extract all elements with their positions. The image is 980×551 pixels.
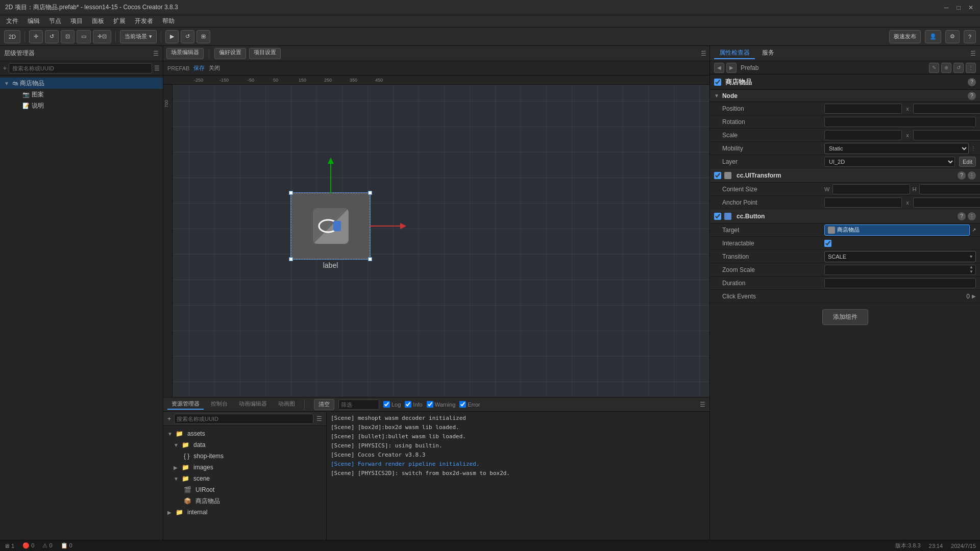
filter-log[interactable]: Log	[383, 401, 401, 408]
restart-btn[interactable]: ↺	[181, 30, 194, 43]
tab-assets[interactable]: 资源管理器	[167, 399, 204, 410]
asset-more[interactable]: ☰	[316, 415, 322, 422]
anchor-y-input[interactable]: 0.5	[913, 197, 980, 208]
button-help[interactable]: ?	[958, 212, 966, 220]
asset-item-internal[interactable]: ▶ 📁 internal	[163, 507, 326, 518]
hierarchy-collapse[interactable]: ☰	[153, 50, 159, 57]
tab-animation-graph[interactable]: 动画图	[274, 399, 299, 410]
tab-properties[interactable]: 属性检查器	[714, 47, 755, 59]
sel-handle-br[interactable]	[368, 257, 372, 261]
add-component-btn[interactable]: 添加组件	[822, 309, 868, 325]
transform-arrow-horizontal[interactable]	[400, 223, 406, 229]
mode-2d-btn[interactable]: 2D	[4, 30, 20, 43]
inspector-collapse[interactable]: ☰	[970, 50, 976, 57]
node-section-help-icon[interactable]: ?	[968, 92, 976, 100]
tab-animation-editor[interactable]: 动画编辑器	[235, 399, 271, 410]
interactable-checkbox[interactable]	[824, 240, 831, 247]
asset-search[interactable]	[174, 414, 313, 424]
nav-forward-btn[interactable]: ▶	[726, 63, 737, 73]
transform-all-btn[interactable]: ✛⊡	[93, 30, 111, 43]
maximize-btn[interactable]: □	[954, 4, 963, 12]
nav-edit-btn[interactable]: ✎	[929, 63, 939, 73]
sel-handle-bl[interactable]	[289, 257, 293, 261]
node-section-help[interactable]: ?	[968, 92, 976, 100]
filter-info[interactable]: Info	[405, 401, 422, 408]
close-btn[interactable]: ✕	[967, 4, 975, 12]
click-events-row[interactable]: Click Events 0 ▶	[710, 290, 980, 303]
account-btn[interactable]: 👤	[925, 30, 941, 43]
add-node-btn[interactable]: +	[3, 65, 7, 72]
transform-arrow-vertical[interactable]	[328, 158, 334, 164]
mobility-more[interactable]: ⋮	[971, 145, 976, 151]
console-filter-input[interactable]	[338, 399, 379, 410]
nav-more-btn[interactable]: ⋮	[966, 63, 976, 73]
scene-view[interactable]: -250 -150 -50 50 150 250 350 450 700	[163, 76, 709, 397]
nav-refresh-btn[interactable]: ↺	[953, 63, 964, 73]
transform-move-btn[interactable]: ✛	[29, 30, 43, 43]
asset-item-shopitems[interactable]: { } shop-items	[163, 450, 326, 462]
tab-service[interactable]: 服务	[757, 47, 779, 59]
hierarchy-search[interactable]	[9, 63, 152, 73]
asset-item-images[interactable]: ▶ 📁 images	[163, 462, 326, 473]
sel-handle-tr[interactable]	[368, 191, 372, 195]
mobility-select[interactable]: Static Stationary Dynamic	[824, 143, 969, 154]
layer-select[interactable]: UI_2D DEFAULT	[824, 157, 955, 167]
content-h-input[interactable]: 200	[919, 184, 980, 194]
menu-edit[interactable]: 编辑	[23, 16, 44, 27]
bottom-more[interactable]: ☰	[700, 401, 705, 408]
button-more[interactable]: ⋮	[968, 212, 976, 220]
node-help-btn[interactable]: ?	[968, 78, 976, 86]
hierarchy-item-tupan[interactable]: 📷 图案	[0, 89, 163, 100]
nav-locate-btn[interactable]: ⊕	[941, 63, 951, 73]
asset-item-data[interactable]: ▼ 📁 data	[163, 439, 326, 450]
publish-btn[interactable]: 极速发布	[889, 30, 921, 43]
scale-y-input[interactable]: 1	[913, 130, 980, 140]
node-active-checkbox[interactable]	[714, 79, 721, 86]
menu-help[interactable]: 帮助	[158, 16, 179, 27]
menu-project[interactable]: 项目	[66, 16, 87, 27]
scene-dropdown[interactable]: 当前场景 ▾	[120, 30, 157, 43]
content-w-input[interactable]: 200	[832, 184, 910, 194]
transition-dropdown[interactable]: SCALE ▾	[824, 251, 976, 262]
prefab-settings-btn[interactable]: 偏好设置	[214, 48, 246, 59]
settings-btn[interactable]: ⚙	[945, 30, 960, 43]
zoom-scale-input[interactable]: 1.2	[827, 267, 969, 273]
position-x-input[interactable]: -250	[824, 104, 902, 114]
node-help-icon[interactable]: ?	[968, 78, 976, 86]
tab-console[interactable]: 控制台	[207, 399, 232, 410]
nav-back-btn[interactable]: ◀	[714, 63, 724, 73]
menu-node[interactable]: 节点	[45, 16, 65, 27]
node-section-header[interactable]: ▼ Node ?	[710, 90, 980, 102]
scale-x-input[interactable]: 1	[824, 130, 902, 140]
asset-add-btn[interactable]: +	[167, 415, 171, 422]
minimize-btn[interactable]: ─	[942, 4, 950, 12]
menu-dev[interactable]: 开发者	[131, 16, 157, 27]
hierarchy-more-btn[interactable]: ☰	[154, 65, 160, 72]
transform-rect-btn[interactable]: ▭	[77, 30, 91, 43]
filter-warning[interactable]: Warning	[427, 401, 456, 408]
hierarchy-item-root[interactable]: ▼ 🛍 商店物品	[0, 78, 163, 89]
scene-collapse[interactable]: ☰	[701, 50, 706, 57]
asset-item-assets[interactable]: ▼ 📁 assets	[163, 428, 326, 439]
asset-item-uiroot[interactable]: 🎬 UIRoot	[163, 484, 326, 495]
rotation-input[interactable]: 0	[824, 117, 976, 127]
filter-error[interactable]: Error	[459, 401, 480, 408]
menu-file[interactable]: 文件	[2, 16, 22, 27]
hierarchy-item-shuoming[interactable]: 📝 说明	[0, 100, 163, 111]
save-prefab-btn[interactable]: 保存	[193, 64, 205, 72]
button-checkbox[interactable]	[714, 213, 721, 220]
menu-extend[interactable]: 扩展	[109, 16, 130, 27]
target-input[interactable]: 商店物品	[824, 224, 970, 236]
target-link-icon[interactable]: ↗	[972, 227, 976, 233]
uitransform-more[interactable]: ⋮	[968, 171, 976, 180]
menu-panel[interactable]: 面板	[88, 16, 108, 27]
uitransform-checkbox[interactable]	[714, 172, 721, 179]
layout-btn[interactable]: ⊞	[197, 30, 210, 43]
duration-input[interactable]: 0.1	[824, 278, 976, 288]
close-prefab-btn[interactable]: 关闭	[209, 64, 220, 72]
clear-console-btn[interactable]: 清空	[314, 399, 334, 410]
scene-object-container[interactable]: label	[291, 193, 370, 274]
anchor-x-input[interactable]: 0.5	[824, 197, 902, 208]
help-btn[interactable]: ?	[964, 30, 976, 43]
transform-scale-btn[interactable]: ⊡	[61, 30, 75, 43]
